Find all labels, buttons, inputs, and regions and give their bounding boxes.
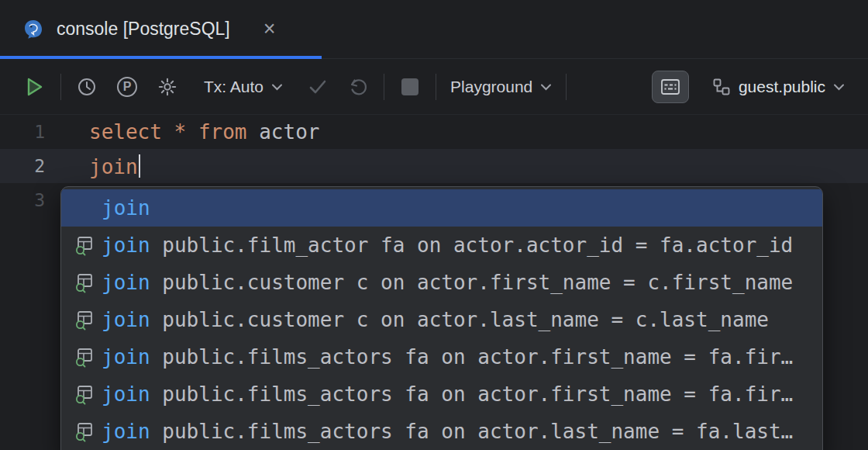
postgresql-logo-icon xyxy=(22,18,45,41)
table-suggestion-icon xyxy=(74,234,95,256)
completion-rest: public.films_actors fa on actor.first_na… xyxy=(150,382,810,406)
table-suggestion-icon xyxy=(74,309,95,331)
sql-keyword: select xyxy=(89,120,174,144)
tx-mode-label: Tx: Auto xyxy=(204,78,264,96)
completion-item[interactable]: join public.customer c on actor.first_na… xyxy=(61,264,822,301)
code-line: select * from actor xyxy=(89,120,319,144)
active-tab-indicator xyxy=(0,56,322,59)
run-button[interactable] xyxy=(20,72,50,102)
completion-rest: public.customer c on actor.first_name = … xyxy=(150,271,810,294)
line-number: 2 xyxy=(0,156,45,176)
tab-title: console [PostgreSQL] xyxy=(57,19,230,40)
chevron-down-icon xyxy=(540,83,552,91)
commit-button-disabled xyxy=(303,72,332,102)
playground-dropdown[interactable]: Playground xyxy=(447,78,555,96)
toolbar-separator xyxy=(60,74,61,100)
completion-rest: public.films_actors fa on actor.first_na… xyxy=(150,345,810,369)
toolbar-separator xyxy=(566,74,567,100)
output-console-icon xyxy=(660,78,680,96)
completion-keyword: join xyxy=(102,234,150,257)
schema-switcher[interactable]: guest.public xyxy=(709,78,848,96)
line-number: 3 xyxy=(0,190,45,210)
completion-item-selected[interactable]: join xyxy=(61,189,822,227)
table-suggestion-icon xyxy=(74,346,95,368)
playground-label: Playground xyxy=(450,78,532,96)
schema-icon xyxy=(712,78,731,96)
text-caret xyxy=(139,154,140,178)
completion-keyword: join xyxy=(102,271,150,294)
close-icon[interactable]: × xyxy=(264,19,276,40)
editor-line-1[interactable]: 1 select * from actor xyxy=(0,115,868,149)
sql-keyword: join xyxy=(89,155,138,178)
tab-console-postgresql[interactable]: console [PostgreSQL] × xyxy=(22,0,276,58)
editor-line-2[interactable]: 2 join xyxy=(0,149,868,183)
rollback-icon xyxy=(348,77,368,97)
database-console-window: console [PostgreSQL] × P xyxy=(0,0,868,450)
sql-star: * xyxy=(174,120,198,144)
completion-item[interactable]: join public.films_actors fa on actor.fir… xyxy=(61,338,822,376)
completion-item[interactable]: join public.film_actor fa on actor.actor… xyxy=(61,227,822,264)
output-console-toggle[interactable] xyxy=(652,71,689,103)
completion-rest: public.customer c on actor.last_name = c… xyxy=(150,308,810,331)
completion-keyword: join xyxy=(102,420,150,443)
sql-identifier: actor xyxy=(259,120,319,144)
table-suggestion-icon xyxy=(74,421,95,442)
toolbar-right-group: guest.public xyxy=(652,71,848,103)
toolbar-separator xyxy=(384,74,384,100)
completion-item[interactable]: join public.customer c on actor.last_nam… xyxy=(61,301,822,338)
history-button[interactable] xyxy=(72,72,102,102)
schema-label: guest.public xyxy=(739,78,825,96)
completion-keyword: join xyxy=(102,308,150,331)
autocomplete-popup: join join public.film_actor fa on actor.… xyxy=(60,186,823,450)
completion-rest: public.film_actor fa on actor.actor_id =… xyxy=(150,234,810,257)
code-line: join xyxy=(89,154,140,178)
console-toolbar: P Tx: Auto xyxy=(0,59,868,115)
editor-tab-bar: console [PostgreSQL] × xyxy=(0,0,868,59)
chevron-down-icon xyxy=(271,83,283,91)
completion-item[interactable]: join public.films_actors fa on actor.las… xyxy=(61,413,822,450)
sql-keyword: from xyxy=(198,120,259,144)
chevron-down-icon xyxy=(833,83,845,91)
line-number: 1 xyxy=(0,122,45,142)
completion-rest: public.films_actors fa on actor.last_nam… xyxy=(150,420,810,443)
parameters-icon: P xyxy=(117,77,137,97)
completion-keyword: join xyxy=(102,345,150,369)
check-icon xyxy=(308,77,328,97)
completion-item[interactable]: join public.films_actors fa on actor.fir… xyxy=(61,376,822,413)
rollback-button-disabled xyxy=(343,72,373,102)
table-suggestion-icon xyxy=(74,272,95,293)
stop-icon xyxy=(401,78,418,95)
completion-keyword: join xyxy=(102,382,150,406)
completion-keyword: join xyxy=(102,196,150,220)
toolbar-separator xyxy=(436,74,436,100)
tx-mode-dropdown[interactable]: Tx: Auto xyxy=(201,78,286,96)
stop-button-disabled xyxy=(395,72,425,102)
completion-spacer xyxy=(74,197,95,219)
table-suggestion-icon xyxy=(74,383,95,405)
settings-button[interactable] xyxy=(153,72,182,102)
parameters-button[interactable]: P xyxy=(112,72,142,102)
gear-icon xyxy=(157,77,177,97)
